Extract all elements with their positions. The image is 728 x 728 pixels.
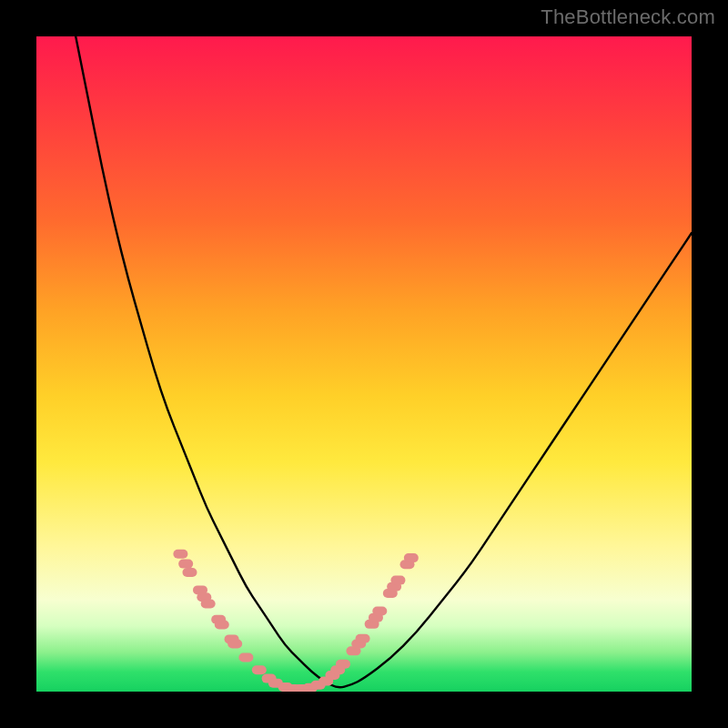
curve-marker [173, 550, 187, 559]
curve-marker [390, 576, 405, 585]
curve-marker [238, 653, 253, 662]
curve-marker [372, 606, 387, 615]
curve-marker [201, 600, 216, 609]
curve-layer [76, 36, 692, 687]
chart-frame: TheBottleneck.com [0, 0, 728, 728]
bottleneck-curve [76, 36, 692, 687]
chart-svg [36, 36, 692, 692]
curve-marker [178, 560, 193, 569]
curve-marker [252, 665, 267, 674]
curve-marker [336, 660, 350, 669]
curve-marker [356, 634, 370, 643]
curve-marker [215, 621, 229, 630]
watermark-text: TheBottleneck.com [541, 5, 715, 29]
curve-marker [228, 639, 242, 648]
markers-layer [173, 550, 418, 692]
curve-marker [404, 553, 419, 562]
curve-marker [182, 568, 197, 577]
plot-area [36, 36, 692, 692]
